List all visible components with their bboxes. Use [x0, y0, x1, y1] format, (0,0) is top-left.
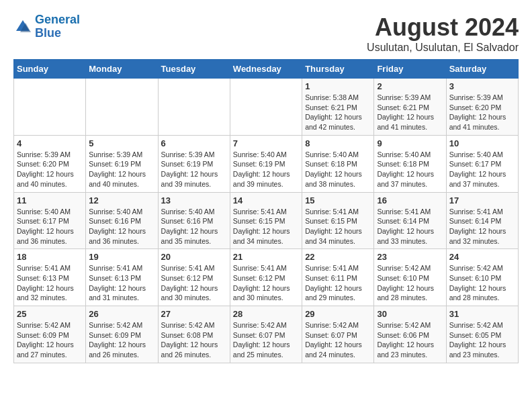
day-cell: 23Sunrise: 5:42 AMSunset: 6:10 PMDayligh… [374, 249, 446, 306]
week-row-1: 1Sunrise: 5:38 AMSunset: 6:21 PMDaylight… [14, 79, 519, 136]
day-info: Sunrise: 5:41 AMSunset: 6:13 PMDaylight:… [89, 263, 154, 303]
day-number: 5 [89, 138, 154, 148]
day-number: 8 [305, 138, 371, 148]
day-number: 28 [233, 309, 299, 319]
day-info: Sunrise: 5:41 AMSunset: 6:15 PMDaylight:… [233, 207, 299, 246]
day-number: 23 [377, 252, 443, 262]
day-number: 3 [449, 81, 515, 91]
day-cell: 14Sunrise: 5:41 AMSunset: 6:15 PMDayligh… [230, 192, 302, 249]
day-number: 14 [233, 195, 299, 205]
day-info: Sunrise: 5:42 AMSunset: 6:10 PMDaylight:… [377, 263, 443, 303]
day-number: 10 [449, 138, 515, 148]
day-number: 25 [17, 309, 83, 319]
day-cell [158, 79, 230, 136]
day-cell: 28Sunrise: 5:42 AMSunset: 6:07 PMDayligh… [230, 306, 302, 363]
day-number: 24 [449, 252, 515, 262]
day-cell: 24Sunrise: 5:42 AMSunset: 6:10 PMDayligh… [446, 249, 518, 306]
week-row-3: 11Sunrise: 5:40 AMSunset: 6:17 PMDayligh… [14, 192, 519, 249]
header-monday: Monday [86, 60, 158, 79]
day-cell: 10Sunrise: 5:40 AMSunset: 6:17 PMDayligh… [446, 135, 518, 192]
week-row-4: 18Sunrise: 5:41 AMSunset: 6:13 PMDayligh… [14, 249, 519, 306]
calendar-body: 1Sunrise: 5:38 AMSunset: 6:21 PMDaylight… [14, 79, 519, 363]
header-saturday: Saturday [446, 60, 518, 79]
day-info: Sunrise: 5:42 AMSunset: 6:06 PMDaylight:… [377, 320, 443, 360]
day-info: Sunrise: 5:39 AMSunset: 6:19 PMDaylight:… [161, 150, 227, 189]
day-info: Sunrise: 5:41 AMSunset: 6:15 PMDaylight:… [305, 207, 371, 246]
week-row-5: 25Sunrise: 5:42 AMSunset: 6:09 PMDayligh… [14, 306, 519, 363]
day-number: 18 [17, 252, 83, 262]
day-info: Sunrise: 5:42 AMSunset: 6:09 PMDaylight:… [89, 320, 154, 360]
day-cell: 29Sunrise: 5:42 AMSunset: 6:07 PMDayligh… [302, 306, 374, 363]
day-number: 9 [377, 138, 443, 148]
day-number: 17 [449, 195, 515, 205]
header-sunday: Sunday [14, 60, 86, 79]
day-number: 12 [89, 195, 154, 205]
page-header: General Blue August 2024 Usulutan, Usulu… [13, 13, 519, 54]
day-info: Sunrise: 5:42 AMSunset: 6:05 PMDaylight:… [449, 320, 515, 360]
logo: General Blue [13, 13, 80, 40]
day-cell [14, 79, 86, 136]
day-number: 7 [233, 138, 299, 148]
header-tuesday: Tuesday [158, 60, 230, 79]
page-title: August 2024 [367, 13, 519, 42]
header-friday: Friday [374, 60, 446, 79]
day-cell: 25Sunrise: 5:42 AMSunset: 6:09 PMDayligh… [14, 306, 86, 363]
day-info: Sunrise: 5:42 AMSunset: 6:07 PMDaylight:… [233, 320, 299, 360]
logo-text: General Blue [35, 13, 80, 40]
day-number: 29 [305, 309, 371, 319]
title-section: August 2024 Usulutan, Usulutan, El Salva… [367, 13, 519, 54]
day-number: 13 [161, 195, 227, 205]
logo-icon [13, 17, 32, 36]
day-info: Sunrise: 5:40 AMSunset: 6:17 PMDaylight:… [17, 207, 83, 246]
day-cell: 12Sunrise: 5:40 AMSunset: 6:16 PMDayligh… [86, 192, 158, 249]
day-info: Sunrise: 5:42 AMSunset: 6:10 PMDaylight:… [449, 263, 515, 303]
day-number: 2 [377, 81, 443, 91]
day-cell [86, 79, 158, 136]
day-cell: 2Sunrise: 5:39 AMSunset: 6:21 PMDaylight… [374, 79, 446, 136]
day-cell: 5Sunrise: 5:39 AMSunset: 6:19 PMDaylight… [86, 135, 158, 192]
day-info: Sunrise: 5:38 AMSunset: 6:21 PMDaylight:… [305, 93, 371, 132]
day-info: Sunrise: 5:41 AMSunset: 6:12 PMDaylight:… [161, 263, 227, 303]
calendar-header: SundayMondayTuesdayWednesdayThursdayFrid… [14, 60, 519, 79]
day-number: 11 [17, 195, 83, 205]
day-info: Sunrise: 5:41 AMSunset: 6:13 PMDaylight:… [17, 263, 83, 303]
day-info: Sunrise: 5:39 AMSunset: 6:21 PMDaylight:… [377, 93, 443, 132]
day-cell: 9Sunrise: 5:40 AMSunset: 6:18 PMDaylight… [374, 135, 446, 192]
header-row: SundayMondayTuesdayWednesdayThursdayFrid… [14, 60, 519, 79]
day-cell: 6Sunrise: 5:39 AMSunset: 6:19 PMDaylight… [158, 135, 230, 192]
day-number: 6 [161, 138, 227, 148]
day-info: Sunrise: 5:41 AMSunset: 6:11 PMDaylight:… [305, 263, 371, 303]
day-cell: 3Sunrise: 5:39 AMSunset: 6:20 PMDaylight… [446, 79, 518, 136]
day-number: 1 [305, 81, 371, 91]
day-info: Sunrise: 5:41 AMSunset: 6:14 PMDaylight:… [377, 207, 443, 246]
day-info: Sunrise: 5:40 AMSunset: 6:18 PMDaylight:… [377, 150, 443, 189]
day-number: 27 [161, 309, 227, 319]
day-info: Sunrise: 5:42 AMSunset: 6:09 PMDaylight:… [17, 320, 83, 360]
day-cell: 20Sunrise: 5:41 AMSunset: 6:12 PMDayligh… [158, 249, 230, 306]
day-cell: 15Sunrise: 5:41 AMSunset: 6:15 PMDayligh… [302, 192, 374, 249]
day-cell: 18Sunrise: 5:41 AMSunset: 6:13 PMDayligh… [14, 249, 86, 306]
calendar-table: SundayMondayTuesdayWednesdayThursdayFrid… [13, 59, 519, 363]
day-cell [230, 79, 302, 136]
day-cell: 21Sunrise: 5:41 AMSunset: 6:12 PMDayligh… [230, 249, 302, 306]
day-number: 30 [377, 309, 443, 319]
day-cell: 31Sunrise: 5:42 AMSunset: 6:05 PMDayligh… [446, 306, 518, 363]
day-number: 22 [305, 252, 371, 262]
header-thursday: Thursday [302, 60, 374, 79]
day-number: 4 [17, 138, 83, 148]
day-number: 26 [89, 309, 154, 319]
day-info: Sunrise: 5:40 AMSunset: 6:16 PMDaylight:… [89, 207, 154, 246]
day-number: 20 [161, 252, 227, 262]
day-cell: 26Sunrise: 5:42 AMSunset: 6:09 PMDayligh… [86, 306, 158, 363]
day-info: Sunrise: 5:39 AMSunset: 6:20 PMDaylight:… [17, 150, 83, 189]
day-info: Sunrise: 5:42 AMSunset: 6:07 PMDaylight:… [305, 320, 371, 360]
day-cell: 1Sunrise: 5:38 AMSunset: 6:21 PMDaylight… [302, 79, 374, 136]
page-subtitle: Usulutan, Usulutan, El Salvador [367, 42, 519, 54]
day-cell: 17Sunrise: 5:41 AMSunset: 6:14 PMDayligh… [446, 192, 518, 249]
day-info: Sunrise: 5:40 AMSunset: 6:16 PMDaylight:… [161, 207, 227, 246]
day-info: Sunrise: 5:41 AMSunset: 6:12 PMDaylight:… [233, 263, 299, 303]
day-number: 15 [305, 195, 371, 205]
day-number: 31 [449, 309, 515, 319]
day-cell: 19Sunrise: 5:41 AMSunset: 6:13 PMDayligh… [86, 249, 158, 306]
day-cell: 8Sunrise: 5:40 AMSunset: 6:18 PMDaylight… [302, 135, 374, 192]
